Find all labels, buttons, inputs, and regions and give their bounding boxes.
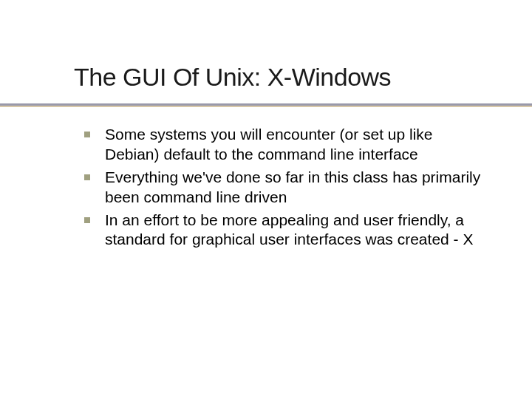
list-item: Everything we've done so far in this cla…	[74, 168, 488, 208]
square-bullet-icon	[84, 132, 90, 137]
title-underline	[0, 103, 532, 107]
bullet-text: Some systems you will encounter (or set …	[105, 125, 488, 165]
list-item: In an effort to be more appealing and us…	[74, 211, 488, 250]
square-bullet-icon	[84, 174, 90, 180]
bullet-text: Everything we've done so far in this cla…	[105, 168, 488, 208]
bullet-text: In an effort to be more appealing and us…	[105, 211, 488, 250]
list-item: Some systems you will encounter (or set …	[74, 125, 488, 165]
slide-title: The GUI Of Unix: X-Windows	[74, 63, 488, 92]
square-bullet-icon	[84, 217, 90, 223]
bullet-list: Some systems you will encounter (or set …	[74, 125, 488, 250]
slide-container: The GUI Of Unix: X-Windows Some systems …	[0, 0, 532, 399]
